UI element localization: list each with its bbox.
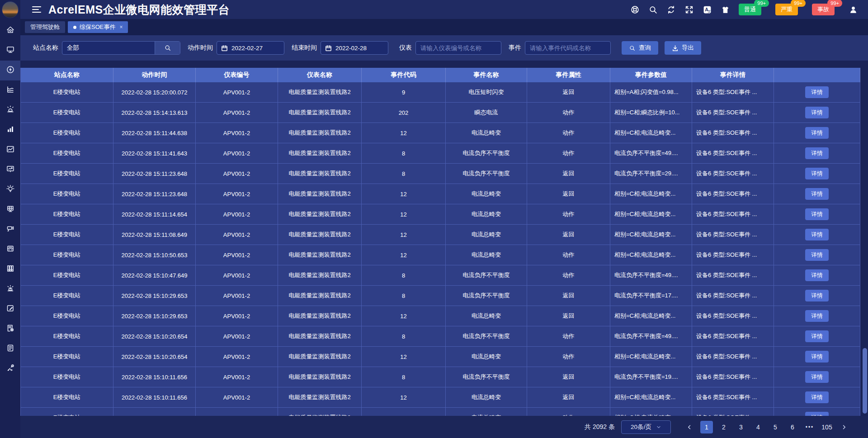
- alarm-filter-accident[interactable]: 事故 99+: [812, 4, 835, 15]
- table-cell: 动作: [527, 408, 610, 416]
- sidebar-item-archive[interactable]: [0, 259, 20, 279]
- refresh-icon[interactable]: [666, 5, 676, 14]
- page-size-select[interactable]: 20条/页: [621, 420, 671, 434]
- detail-button[interactable]: 详情: [805, 168, 829, 179]
- table-cell: 设备6 类型:SOE事件 ...: [692, 326, 774, 346]
- detail-button[interactable]: 详情: [805, 229, 829, 240]
- detail-button[interactable]: 详情: [805, 147, 829, 159]
- search-icon[interactable]: [648, 5, 658, 14]
- detail-button[interactable]: 详情: [805, 86, 829, 98]
- table-cell: 动作: [527, 103, 610, 122]
- sidebar-item-energy[interactable]: [0, 61, 20, 80]
- meter-label: 仪表: [399, 44, 412, 52]
- user-icon[interactable]: [849, 5, 858, 14]
- sidebar-item-maintenance[interactable]: [0, 359, 20, 379]
- alarm-light-icon: [6, 284, 15, 295]
- page-button-1[interactable]: 1: [700, 421, 713, 433]
- table-cell: 动作: [527, 245, 610, 265]
- sidebar-item-energy-saving[interactable]: [0, 180, 20, 200]
- fullscreen-icon[interactable]: [684, 5, 694, 14]
- table-cell: 电能质量监测装置线路2: [278, 367, 362, 387]
- menu-toggle-icon[interactable]: [32, 5, 41, 14]
- sidebar-item-alarm[interactable]: [0, 100, 20, 120]
- detail-button[interactable]: 详情: [805, 107, 829, 118]
- sidebar-item-solar[interactable]: [0, 200, 20, 220]
- page-button-5[interactable]: 5: [769, 421, 782, 433]
- table-cell: 12: [362, 225, 446, 245]
- page-button-4[interactable]: 4: [752, 421, 764, 433]
- end-date-picker[interactable]: 2022-02-28: [321, 41, 388, 55]
- theme-icon[interactable]: [721, 5, 730, 14]
- tab-soe-events[interactable]: 综保SOE事件 ×: [68, 21, 128, 33]
- site-select[interactable]: 全部: [62, 41, 180, 55]
- page-ellipsis[interactable]: •••: [803, 421, 816, 433]
- table-cell: E楼变电站: [21, 143, 113, 163]
- query-button[interactable]: 查询: [622, 41, 658, 55]
- event-input[interactable]: [525, 41, 611, 55]
- sidebar-item-alarm-light[interactable]: [0, 279, 20, 299]
- detail-button[interactable]: 详情: [805, 208, 829, 220]
- table-cell: APV001-2: [196, 367, 278, 387]
- sidebar-item-report[interactable]: [0, 339, 20, 359]
- detail-button[interactable]: 详情: [805, 249, 829, 261]
- sidebar-item-config[interactable]: [0, 319, 20, 339]
- detail-button[interactable]: 详情: [805, 330, 829, 342]
- site-search-button[interactable]: [155, 42, 180, 54]
- table-cell: 2022-02-28 15:11:44.638: [113, 123, 196, 143]
- sidebar-item-device[interactable]: [0, 240, 20, 259]
- sidebar-item-monitor[interactable]: [0, 41, 20, 61]
- sidebar-item-line-chart[interactable]: [0, 140, 20, 160]
- detail-button[interactable]: 详情: [805, 127, 829, 139]
- close-icon[interactable]: ×: [119, 24, 123, 30]
- alarm-filter-severe[interactable]: 严重 99+: [775, 4, 798, 15]
- sidebar-item-trend-report[interactable]: [0, 80, 20, 100]
- detail-button[interactable]: 详情: [805, 310, 829, 322]
- alarm-filter-normal[interactable]: 普通 99+: [739, 4, 761, 15]
- detail-button[interactable]: 详情: [805, 269, 829, 281]
- translate-icon[interactable]: A文: [703, 5, 712, 14]
- column-header: 事件参数值: [610, 68, 692, 82]
- table-cell: 返回: [527, 306, 610, 326]
- avatar[interactable]: [2, 1, 19, 18]
- table-cell: 瞬态电流: [446, 103, 527, 122]
- table-cell-actions: 详情: [774, 306, 860, 326]
- table-cell: 动作: [527, 143, 610, 163]
- sidebar-item-bar-chart[interactable]: [0, 120, 20, 140]
- detail-button[interactable]: 详情: [805, 188, 829, 200]
- site-name-label: 站点名称: [33, 44, 58, 52]
- detail-button[interactable]: 详情: [805, 412, 829, 416]
- table-cell: E楼变电站: [21, 367, 113, 387]
- report-icon: [6, 344, 15, 354]
- sidebar-item-home[interactable]: [0, 21, 20, 41]
- table-cell: 设备6 类型:SOE事件 ...: [692, 367, 774, 387]
- page-button-2[interactable]: 2: [717, 421, 730, 433]
- start-date-picker[interactable]: 2022-02-27: [217, 41, 284, 55]
- meter-input[interactable]: [415, 41, 501, 55]
- detail-button[interactable]: 详情: [805, 371, 829, 383]
- sidebar-item-camera[interactable]: [0, 220, 20, 240]
- table-cell: 电流总畸变: [446, 347, 527, 367]
- vertical-scrollbar[interactable]: [862, 68, 868, 416]
- prev-page-button[interactable]: [683, 421, 696, 433]
- detail-button[interactable]: 详情: [805, 391, 829, 403]
- export-button[interactable]: 导出: [665, 41, 701, 55]
- tab-dashboard[interactable]: 管理驾驶舱: [25, 21, 65, 33]
- help-ring-icon[interactable]: [630, 5, 640, 14]
- sidebar-item-edit[interactable]: [0, 299, 20, 319]
- page-button-6[interactable]: 6: [786, 421, 799, 433]
- detail-button[interactable]: 详情: [805, 351, 829, 363]
- sidebar-item-monitor-trend[interactable]: [0, 160, 20, 180]
- detail-button[interactable]: 详情: [805, 290, 829, 301]
- table-cell-actions: 详情: [774, 265, 860, 285]
- table-cell: E楼变电站: [21, 82, 113, 102]
- scrollbar-thumb[interactable]: [863, 348, 867, 414]
- table-cell: APV001-2: [196, 306, 278, 326]
- chevron-down-icon: [656, 424, 661, 430]
- page-button-105[interactable]: 105: [821, 421, 833, 433]
- svg-text:文: 文: [708, 9, 711, 13]
- next-page-button[interactable]: [838, 421, 850, 433]
- page-button-3[interactable]: 3: [735, 421, 747, 433]
- table-cell: 动作: [527, 265, 610, 285]
- column-header: 事件名称: [446, 68, 527, 82]
- table-cell: 电流负序不平衡度=29....: [610, 164, 692, 184]
